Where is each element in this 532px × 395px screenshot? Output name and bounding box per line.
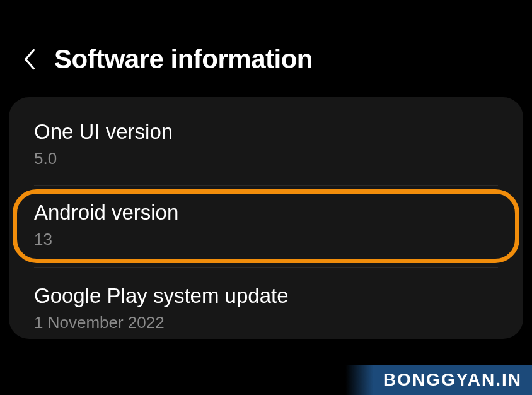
back-icon[interactable]	[21, 45, 39, 73]
watermark: BONGGYAN.IN	[345, 365, 532, 395]
setting-item-google-play-update[interactable]: Google Play system update 1 November 202…	[9, 268, 523, 339]
setting-value: 13	[34, 230, 498, 249]
setting-label: Google Play system update	[34, 284, 498, 308]
page-title: Software information	[54, 44, 313, 74]
setting-label: One UI version	[34, 120, 498, 144]
setting-item-one-ui-version[interactable]: One UI version 5.0	[9, 116, 523, 185]
divider	[34, 185, 498, 186]
setting-item-android-version[interactable]: Android version 13	[13, 189, 519, 263]
settings-panel: One UI version 5.0 Android version 13 Go…	[9, 97, 523, 339]
setting-value: 5.0	[34, 149, 498, 168]
header: Software information	[0, 0, 532, 97]
setting-label: Android version	[34, 201, 498, 225]
setting-value: 1 November 2022	[34, 313, 498, 333]
